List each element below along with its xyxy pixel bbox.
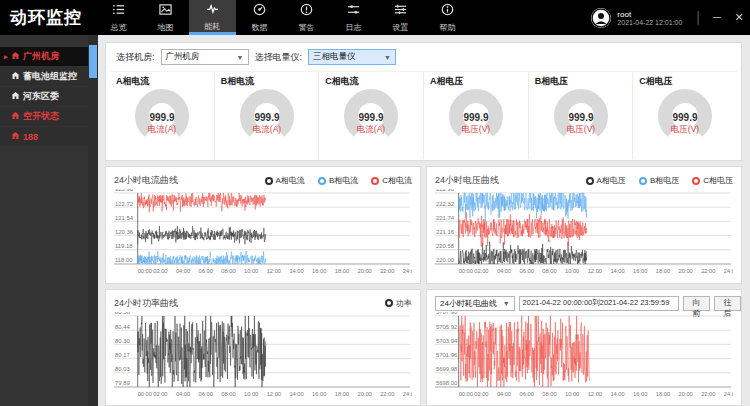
svg-text:12:00: 12:00 <box>588 390 602 396</box>
chart-title: 24小时电流曲线 <box>114 174 178 187</box>
svg-text:80.58: 80.58 <box>115 312 130 315</box>
gauge-card-5: B相电压999.9电压(V) <box>529 72 634 159</box>
svg-text:10:00: 10:00 <box>244 268 258 274</box>
nav-label: 数据 <box>252 22 268 33</box>
svg-text:20:00: 20:00 <box>357 390 371 396</box>
nav-item-4[interactable]: 数据 <box>236 0 283 35</box>
scrollbar-thumb[interactable] <box>89 45 97 78</box>
svg-text:08:00: 08:00 <box>221 268 235 274</box>
svg-text:999.9: 999.9 <box>568 112 593 123</box>
sidebar-item-4[interactable]: 空开状态 <box>0 107 88 126</box>
sidebar-item-5[interactable]: 188 <box>0 127 88 146</box>
home-icon <box>11 51 23 62</box>
gauge-title: B相电压 <box>535 75 627 88</box>
meter-select-label: 选择电量仪: <box>255 51 303 64</box>
series-line <box>459 193 587 221</box>
nav-item-8[interactable]: 帮助 <box>424 0 471 35</box>
user-avatar-icon <box>591 8 611 28</box>
gauge-card-4: A相电压999.9电压(V) <box>424 72 529 159</box>
svg-text:电流(A): 电流(A) <box>148 124 177 134</box>
svg-text:02:00: 02:00 <box>153 390 167 396</box>
series-line <box>459 242 587 264</box>
nav-item-7[interactable]: 设置 <box>377 0 424 35</box>
energy-pulse-icon <box>206 1 219 19</box>
svg-text:电压(V): 电压(V) <box>566 124 595 134</box>
nav-item-5[interactable]: 警告 <box>283 0 330 35</box>
legend-item[interactable]: C相电压 <box>692 175 733 186</box>
log-icon <box>347 2 360 20</box>
legend-ring-icon <box>318 177 326 185</box>
svg-text:20:00: 20:00 <box>678 268 692 274</box>
svg-text:119.18: 119.18 <box>115 243 133 249</box>
meter-select[interactable]: 三相电量仪▼ <box>308 49 396 65</box>
svg-text:06:00: 06:00 <box>520 390 534 396</box>
gauge: 999.9电压(V) <box>535 88 627 150</box>
legend-item[interactable]: 功率 <box>385 298 412 309</box>
range-prev-button[interactable]: 向前 <box>683 296 710 311</box>
gauge-card-3: C相电流999.9电流(A) <box>319 72 424 159</box>
close-button[interactable]: ✕ <box>728 0 750 35</box>
legend-item[interactable]: A相电流 <box>265 175 305 186</box>
svg-text:22:00: 22:00 <box>701 390 715 396</box>
chart-legend: A相电流B相电流C相电流 <box>265 175 412 186</box>
svg-text:123.90: 123.90 <box>115 189 134 192</box>
legend-item[interactable]: 耗电 <box>741 298 742 309</box>
gauge: 999.9电流(A) <box>221 88 313 150</box>
svg-text:79.89: 79.89 <box>115 380 130 386</box>
curve-type-select[interactable]: 24小时耗电曲线▼ <box>435 296 515 311</box>
sidebar-item-1[interactable]: ▸广州机房 <box>0 47 88 66</box>
svg-text:12:00: 12:00 <box>267 268 281 274</box>
legend-item[interactable]: B相电流 <box>318 175 358 186</box>
nav-item-3[interactable]: 能耗 <box>189 0 236 35</box>
legend-item[interactable]: A相电压 <box>586 175 626 186</box>
gauge-title: A相电流 <box>116 75 208 88</box>
nav-item-6[interactable]: 日志 <box>330 0 377 35</box>
svg-text:999.9: 999.9 <box>463 112 488 123</box>
sidebar-item-3[interactable]: 河东区委 <box>0 87 88 106</box>
user-area[interactable]: root 2021-04-22 12:01:00 <box>591 0 686 35</box>
svg-text:80.17: 80.17 <box>115 352 130 358</box>
svg-text:电压(V): 电压(V) <box>462 124 491 134</box>
svg-text:电流(A): 电流(A) <box>252 124 281 134</box>
minimize-button[interactable]: ─ <box>706 0 728 35</box>
data-gauge-icon <box>253 2 266 20</box>
svg-text:18:00: 18:00 <box>335 390 349 396</box>
svg-text:12:00: 12:00 <box>267 390 281 396</box>
chart-svg: 123.90122.72121.54120.36119.18118.0000:0… <box>114 189 412 282</box>
svg-text:10:00: 10:00 <box>244 390 258 396</box>
legend-ring-icon <box>265 177 273 185</box>
svg-text:80.03: 80.03 <box>115 366 130 372</box>
power-chart-panel: 24小时功率曲线 功率 80.5880.4480.3080.1780.0379.… <box>105 289 421 406</box>
user-name: root <box>617 10 682 19</box>
date-range-input[interactable] <box>519 296 679 311</box>
svg-text:999.9: 999.9 <box>673 112 698 123</box>
home-icon <box>11 111 23 122</box>
legend-item[interactable]: B相电压 <box>639 175 679 186</box>
legend-ring-icon <box>385 299 393 307</box>
range-next-button[interactable]: 往后 <box>714 296 741 311</box>
gauge: 999.9电压(V) <box>639 88 731 150</box>
settings-icon <box>394 2 407 20</box>
svg-text:122.72: 122.72 <box>115 201 133 207</box>
alert-icon <box>300 2 313 20</box>
svg-text:00:00: 00:00 <box>138 390 152 396</box>
room-select-label: 选择机房: <box>116 51 155 64</box>
svg-text:220.00: 220.00 <box>436 258 455 264</box>
svg-text:220.58: 220.58 <box>436 243 455 249</box>
svg-text:06:00: 06:00 <box>520 268 534 274</box>
nav-item-2[interactable]: 地图 <box>142 0 189 35</box>
top-bar: 动环监控 总览地图能耗数据警告日志设置帮助 root 2021-04-22 12… <box>0 0 750 35</box>
svg-text:120.36: 120.36 <box>115 229 134 235</box>
svg-text:04:00: 04:00 <box>176 268 190 274</box>
svg-text:20:00: 20:00 <box>357 268 371 274</box>
sidebar-item-2[interactable]: 蓄电池组监控 <box>0 67 88 86</box>
svg-text:10:00: 10:00 <box>565 268 579 274</box>
legend-ring-icon <box>371 177 379 185</box>
legend-item[interactable]: C相电流 <box>371 175 412 186</box>
sidebar-item-label: 空开状态 <box>23 110 59 123</box>
current-chart-panel: 24小时电流曲线 A相电流B相电流C相电流 123.90122.72121.54… <box>105 166 421 284</box>
svg-text:22:00: 22:00 <box>701 268 715 274</box>
nav-label: 日志 <box>346 22 362 33</box>
nav-item-1[interactable]: 总览 <box>95 0 142 35</box>
room-select[interactable]: 广州机房▼ <box>161 49 249 65</box>
